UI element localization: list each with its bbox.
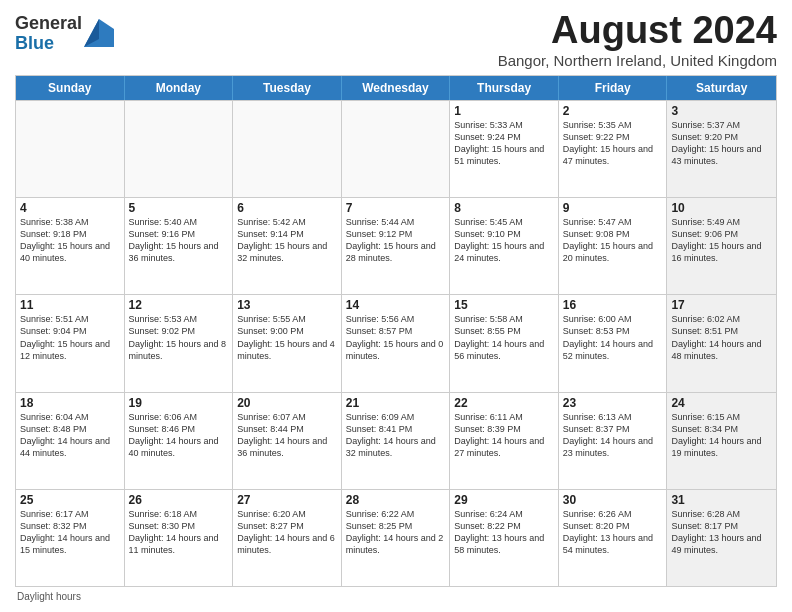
calendar-cell: 10Sunrise: 5:49 AM Sunset: 9:06 PM Dayli… (667, 198, 776, 294)
day-number: 25 (20, 493, 120, 507)
day-number: 24 (671, 396, 772, 410)
calendar-cell: 1Sunrise: 5:33 AM Sunset: 9:24 PM Daylig… (450, 101, 559, 197)
day-info: Sunrise: 6:17 AM Sunset: 8:32 PM Dayligh… (20, 508, 120, 557)
calendar-cell: 9Sunrise: 5:47 AM Sunset: 9:08 PM Daylig… (559, 198, 668, 294)
header: General Blue August 2024 Bangor, Norther… (15, 10, 777, 69)
calendar-cell: 12Sunrise: 5:53 AM Sunset: 9:02 PM Dayli… (125, 295, 234, 391)
calendar-cell (16, 101, 125, 197)
calendar-cell: 21Sunrise: 6:09 AM Sunset: 8:41 PM Dayli… (342, 393, 451, 489)
calendar-cell: 28Sunrise: 6:22 AM Sunset: 8:25 PM Dayli… (342, 490, 451, 586)
calendar-body: 1Sunrise: 5:33 AM Sunset: 9:24 PM Daylig… (16, 100, 776, 586)
day-info: Sunrise: 5:49 AM Sunset: 9:06 PM Dayligh… (671, 216, 772, 265)
logo-text: General Blue (15, 14, 82, 54)
calendar-cell: 8Sunrise: 5:45 AM Sunset: 9:10 PM Daylig… (450, 198, 559, 294)
day-info: Sunrise: 5:33 AM Sunset: 9:24 PM Dayligh… (454, 119, 554, 168)
day-number: 27 (237, 493, 337, 507)
calendar-cell: 15Sunrise: 5:58 AM Sunset: 8:55 PM Dayli… (450, 295, 559, 391)
calendar-cell (125, 101, 234, 197)
logo: General Blue (15, 14, 114, 54)
day-number: 6 (237, 201, 337, 215)
location-subtitle: Bangor, Northern Ireland, United Kingdom (498, 52, 777, 69)
calendar-cell: 23Sunrise: 6:13 AM Sunset: 8:37 PM Dayli… (559, 393, 668, 489)
day-number: 29 (454, 493, 554, 507)
day-number: 17 (671, 298, 772, 312)
day-info: Sunrise: 5:35 AM Sunset: 9:22 PM Dayligh… (563, 119, 663, 168)
day-info: Sunrise: 5:51 AM Sunset: 9:04 PM Dayligh… (20, 313, 120, 362)
day-info: Sunrise: 5:58 AM Sunset: 8:55 PM Dayligh… (454, 313, 554, 362)
day-info: Sunrise: 5:56 AM Sunset: 8:57 PM Dayligh… (346, 313, 446, 362)
day-number: 16 (563, 298, 663, 312)
calendar-cell: 26Sunrise: 6:18 AM Sunset: 8:30 PM Dayli… (125, 490, 234, 586)
cal-header-cell: Friday (559, 76, 668, 100)
day-info: Sunrise: 5:42 AM Sunset: 9:14 PM Dayligh… (237, 216, 337, 265)
month-title: August 2024 (498, 10, 777, 52)
cal-header-cell: Monday (125, 76, 234, 100)
cal-header-cell: Wednesday (342, 76, 451, 100)
day-info: Sunrise: 6:28 AM Sunset: 8:17 PM Dayligh… (671, 508, 772, 557)
calendar-cell: 17Sunrise: 6:02 AM Sunset: 8:51 PM Dayli… (667, 295, 776, 391)
day-info: Sunrise: 5:37 AM Sunset: 9:20 PM Dayligh… (671, 119, 772, 168)
day-number: 13 (237, 298, 337, 312)
day-info: Sunrise: 6:15 AM Sunset: 8:34 PM Dayligh… (671, 411, 772, 460)
title-block: August 2024 Bangor, Northern Ireland, Un… (498, 10, 777, 69)
calendar-row: 11Sunrise: 5:51 AM Sunset: 9:04 PM Dayli… (16, 294, 776, 391)
day-number: 14 (346, 298, 446, 312)
calendar-cell: 4Sunrise: 5:38 AM Sunset: 9:18 PM Daylig… (16, 198, 125, 294)
day-info: Sunrise: 6:26 AM Sunset: 8:20 PM Dayligh… (563, 508, 663, 557)
day-number: 20 (237, 396, 337, 410)
day-number: 23 (563, 396, 663, 410)
day-number: 4 (20, 201, 120, 215)
day-number: 19 (129, 396, 229, 410)
day-info: Sunrise: 6:18 AM Sunset: 8:30 PM Dayligh… (129, 508, 229, 557)
day-info: Sunrise: 5:38 AM Sunset: 9:18 PM Dayligh… (20, 216, 120, 265)
day-number: 21 (346, 396, 446, 410)
day-info: Sunrise: 6:20 AM Sunset: 8:27 PM Dayligh… (237, 508, 337, 557)
logo-general: General (15, 13, 82, 33)
day-number: 11 (20, 298, 120, 312)
footer-note: Daylight hours (15, 591, 777, 602)
day-number: 12 (129, 298, 229, 312)
calendar-cell: 25Sunrise: 6:17 AM Sunset: 8:32 PM Dayli… (16, 490, 125, 586)
day-info: Sunrise: 5:47 AM Sunset: 9:08 PM Dayligh… (563, 216, 663, 265)
day-info: Sunrise: 5:45 AM Sunset: 9:10 PM Dayligh… (454, 216, 554, 265)
day-info: Sunrise: 6:02 AM Sunset: 8:51 PM Dayligh… (671, 313, 772, 362)
day-number: 3 (671, 104, 772, 118)
calendar-header: SundayMondayTuesdayWednesdayThursdayFrid… (16, 76, 776, 100)
calendar-cell: 14Sunrise: 5:56 AM Sunset: 8:57 PM Dayli… (342, 295, 451, 391)
day-info: Sunrise: 6:09 AM Sunset: 8:41 PM Dayligh… (346, 411, 446, 460)
day-number: 31 (671, 493, 772, 507)
calendar-cell: 27Sunrise: 6:20 AM Sunset: 8:27 PM Dayli… (233, 490, 342, 586)
day-info: Sunrise: 5:55 AM Sunset: 9:00 PM Dayligh… (237, 313, 337, 362)
cal-header-cell: Sunday (16, 76, 125, 100)
day-info: Sunrise: 6:06 AM Sunset: 8:46 PM Dayligh… (129, 411, 229, 460)
day-number: 15 (454, 298, 554, 312)
day-info: Sunrise: 6:24 AM Sunset: 8:22 PM Dayligh… (454, 508, 554, 557)
day-info: Sunrise: 5:44 AM Sunset: 9:12 PM Dayligh… (346, 216, 446, 265)
cal-header-cell: Thursday (450, 76, 559, 100)
day-number: 28 (346, 493, 446, 507)
calendar-cell: 2Sunrise: 5:35 AM Sunset: 9:22 PM Daylig… (559, 101, 668, 197)
day-number: 10 (671, 201, 772, 215)
day-info: Sunrise: 5:40 AM Sunset: 9:16 PM Dayligh… (129, 216, 229, 265)
day-info: Sunrise: 6:22 AM Sunset: 8:25 PM Dayligh… (346, 508, 446, 557)
day-number: 7 (346, 201, 446, 215)
day-info: Sunrise: 6:00 AM Sunset: 8:53 PM Dayligh… (563, 313, 663, 362)
day-info: Sunrise: 6:04 AM Sunset: 8:48 PM Dayligh… (20, 411, 120, 460)
calendar-row: 25Sunrise: 6:17 AM Sunset: 8:32 PM Dayli… (16, 489, 776, 586)
calendar-cell: 7Sunrise: 5:44 AM Sunset: 9:12 PM Daylig… (342, 198, 451, 294)
calendar-cell: 13Sunrise: 5:55 AM Sunset: 9:00 PM Dayli… (233, 295, 342, 391)
calendar-cell (342, 101, 451, 197)
page: General Blue August 2024 Bangor, Norther… (0, 0, 792, 612)
day-number: 22 (454, 396, 554, 410)
calendar-cell: 6Sunrise: 5:42 AM Sunset: 9:14 PM Daylig… (233, 198, 342, 294)
calendar-cell: 19Sunrise: 6:06 AM Sunset: 8:46 PM Dayli… (125, 393, 234, 489)
day-number: 8 (454, 201, 554, 215)
day-number: 1 (454, 104, 554, 118)
calendar-cell: 24Sunrise: 6:15 AM Sunset: 8:34 PM Dayli… (667, 393, 776, 489)
calendar-cell: 31Sunrise: 6:28 AM Sunset: 8:17 PM Dayli… (667, 490, 776, 586)
calendar-cell: 16Sunrise: 6:00 AM Sunset: 8:53 PM Dayli… (559, 295, 668, 391)
calendar-cell: 5Sunrise: 5:40 AM Sunset: 9:16 PM Daylig… (125, 198, 234, 294)
calendar-cell: 3Sunrise: 5:37 AM Sunset: 9:20 PM Daylig… (667, 101, 776, 197)
cal-header-cell: Tuesday (233, 76, 342, 100)
day-number: 5 (129, 201, 229, 215)
